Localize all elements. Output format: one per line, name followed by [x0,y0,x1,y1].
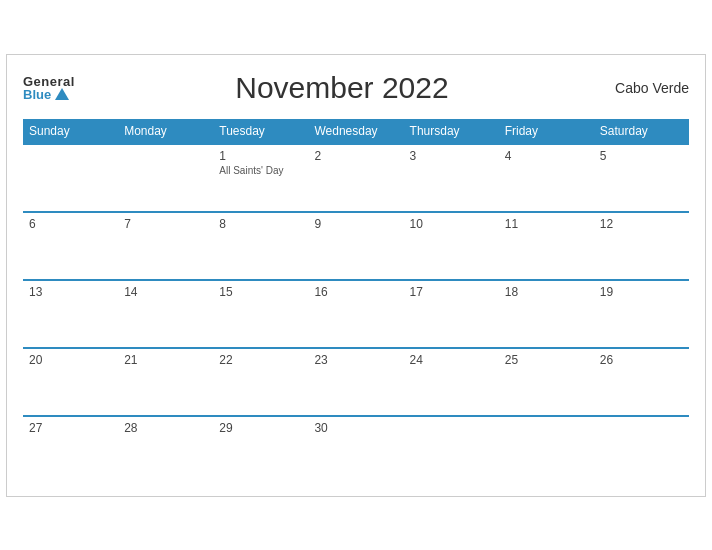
day-number: 20 [29,353,112,367]
calendar-week-2: 6789101112 [23,212,689,280]
calendar-cell: 6 [23,212,118,280]
calendar-header: General Blue November 2022 Cabo Verde [23,71,689,105]
day-number: 12 [600,217,683,231]
day-number: 11 [505,217,588,231]
day-number: 17 [410,285,493,299]
day-number: 19 [600,285,683,299]
calendar-cell: 26 [594,348,689,416]
calendar-cell: 13 [23,280,118,348]
calendar-week-1: 1All Saints' Day2345 [23,144,689,212]
calendar-cell: 8 [213,212,308,280]
day-number: 21 [124,353,207,367]
calendar-cell: 19 [594,280,689,348]
calendar-cell: 18 [499,280,594,348]
day-number: 8 [219,217,302,231]
weekday-header-tuesday: Tuesday [213,119,308,144]
day-number: 10 [410,217,493,231]
calendar-cell: 2 [308,144,403,212]
day-number: 14 [124,285,207,299]
country-name: Cabo Verde [609,80,689,96]
calendar-cell: 20 [23,348,118,416]
calendar-cell: 24 [404,348,499,416]
calendar-cell [499,416,594,484]
day-number: 1 [219,149,302,163]
day-number: 26 [600,353,683,367]
weekday-header-monday: Monday [118,119,213,144]
calendar-cell: 14 [118,280,213,348]
day-number: 30 [314,421,397,435]
day-number: 25 [505,353,588,367]
day-number: 23 [314,353,397,367]
calendar-cell: 22 [213,348,308,416]
day-number: 9 [314,217,397,231]
calendar-cell: 5 [594,144,689,212]
calendar-cell: 23 [308,348,403,416]
logo: General Blue [23,75,75,101]
calendar-week-4: 20212223242526 [23,348,689,416]
calendar-cell: 1All Saints' Day [213,144,308,212]
calendar-title: November 2022 [75,71,609,105]
day-number: 24 [410,353,493,367]
day-number: 29 [219,421,302,435]
logo-general-text: General [23,75,75,88]
weekday-header-wednesday: Wednesday [308,119,403,144]
day-number: 27 [29,421,112,435]
calendar-cell: 15 [213,280,308,348]
calendar-cell [594,416,689,484]
calendar-cell: 17 [404,280,499,348]
day-number: 18 [505,285,588,299]
day-number: 4 [505,149,588,163]
logo-blue-text: Blue [23,88,69,101]
day-number: 15 [219,285,302,299]
weekday-header-row: SundayMondayTuesdayWednesdayThursdayFrid… [23,119,689,144]
calendar-cell: 29 [213,416,308,484]
weekday-header-friday: Friday [499,119,594,144]
day-number: 5 [600,149,683,163]
day-number: 3 [410,149,493,163]
calendar-cell [404,416,499,484]
calendar-table: SundayMondayTuesdayWednesdayThursdayFrid… [23,119,689,484]
day-number: 28 [124,421,207,435]
calendar-week-5: 27282930 [23,416,689,484]
weekday-header-saturday: Saturday [594,119,689,144]
day-number: 22 [219,353,302,367]
calendar-cell [118,144,213,212]
calendar-cell: 11 [499,212,594,280]
calendar-cell: 7 [118,212,213,280]
day-number: 16 [314,285,397,299]
calendar: General Blue November 2022 Cabo Verde Su… [6,54,706,497]
calendar-cell: 30 [308,416,403,484]
calendar-cell: 25 [499,348,594,416]
day-number: 2 [314,149,397,163]
day-number: 13 [29,285,112,299]
calendar-cell: 4 [499,144,594,212]
day-number: 6 [29,217,112,231]
calendar-cell: 21 [118,348,213,416]
calendar-cell: 28 [118,416,213,484]
calendar-cell: 9 [308,212,403,280]
day-number: 7 [124,217,207,231]
calendar-cell: 3 [404,144,499,212]
calendar-cell [23,144,118,212]
calendar-cell: 16 [308,280,403,348]
calendar-week-3: 13141516171819 [23,280,689,348]
logo-triangle-icon [55,88,69,100]
calendar-cell: 12 [594,212,689,280]
weekday-header-thursday: Thursday [404,119,499,144]
day-event: All Saints' Day [219,165,302,176]
weekday-header-sunday: Sunday [23,119,118,144]
calendar-cell: 10 [404,212,499,280]
calendar-cell: 27 [23,416,118,484]
